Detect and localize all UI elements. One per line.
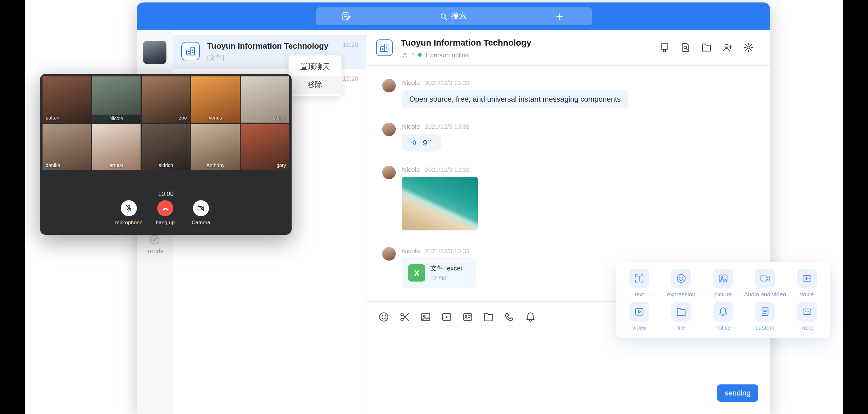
chat-history-icon[interactable] [680,42,691,53]
conversation-title: Tuoyun Information Technology [207,41,358,51]
voice-duration: 9`` [423,138,432,147]
message-voice: Nicole 2021/12/3 10:33 9`` [382,123,469,152]
menu-item-pin-chat[interactable]: 置顶聊天 [288,58,342,76]
sender-name: Nicole [402,123,420,130]
file-size: 12.8M [430,275,462,282]
video-tile: Nicole [92,76,141,123]
conversation-time: 15:20 [343,75,358,82]
group-avatar-icon [376,39,393,56]
online-status: 1 person online [425,51,469,59]
add-icon[interactable] [555,11,565,21]
participant-name: patton [45,115,60,121]
user-avatar[interactable] [143,41,166,64]
panel-item-video[interactable]: video [618,300,660,333]
image-icon[interactable] [420,311,432,323]
participant-name: danika [45,163,60,168]
message-time: 2021/12/3 10:33 [425,166,469,173]
group-files-icon[interactable] [701,42,712,53]
beach-photo-message[interactable] [402,177,478,230]
participant-grid: patton Nicole zoe venus stellar danika e… [42,76,289,170]
settings-icon[interactable] [743,42,754,53]
panel-item-picture[interactable]: picture [702,266,744,300]
video-tile: gary [241,124,289,170]
more-dots-icon [797,302,817,322]
video-play-icon [629,302,649,322]
picture-icon [713,268,733,288]
video-tile: aldrich [142,124,190,170]
search-label: 搜索 [451,11,467,22]
topbar: 搜索 [137,2,770,30]
text-bubble: Open source, free, and universal instant… [402,90,628,108]
toggle-camera-button[interactable] [193,200,209,216]
emoji-icon[interactable] [378,311,390,323]
call-timer: 10:00 [40,190,291,197]
trends-icon [137,233,173,246]
camera-control: Camera [179,200,222,225]
video-tile: patton [42,76,91,123]
video-tile: stellar [241,76,289,123]
compose-icon[interactable] [341,11,351,22]
add-member-icon[interactable] [722,42,733,53]
online-dot [418,53,422,57]
camera-label: Camera [179,219,222,225]
panel-item-expression[interactable]: expression [660,266,702,300]
video-call-window: patton Nicole zoe venus stellar danika e… [40,74,291,235]
video-tile: venus [191,76,240,123]
file-message-card[interactable]: X 文件 .excel 12.8M [402,258,476,288]
voice-icon [797,268,817,288]
panel-item-file[interactable]: file [660,300,702,333]
group-announcement-icon[interactable] [659,42,670,53]
video-tile: ernest [92,124,141,170]
panel-item-more[interactable]: more [786,300,828,333]
conversation-context-menu: 置顶聊天 移除 [288,56,342,96]
screen: 搜索 trends [0,0,868,414]
message-time: 2021/12/3 10:33 [425,79,469,86]
video-icon[interactable] [441,311,453,323]
menu-item-remove[interactable]: 移除 [288,76,342,94]
sender-avatar [382,247,396,261]
chat-subtitle: 1 1 person online [401,51,469,59]
participant-name: aldrich [158,163,173,168]
sender-avatar [382,166,396,179]
call-icon[interactable] [504,311,516,323]
audio-video-icon [755,268,775,288]
conversation-time: 15:20 [343,41,358,48]
sender-name: Nicole [402,247,420,254]
hang-up-button[interactable] [157,200,173,216]
participant-name: Nicole [92,115,141,123]
send-button[interactable]: sending [717,384,758,402]
document-icon [755,302,775,322]
member-icon [401,52,408,58]
panel-item-voice[interactable]: voice [786,266,828,300]
panel-item-audio-video[interactable]: Audio and video [744,266,786,300]
search-box[interactable]: 搜索 [439,11,467,22]
contact-card-icon[interactable] [462,311,473,323]
message-file: Nicole 2021/12/3 10:33 X 文件 .excel 12.8M [382,247,476,288]
sender-name: Nicole [402,166,420,173]
sender-name: Nicole [402,79,420,86]
mute-microphone-button[interactable] [121,200,137,216]
file-name: 文件 .excel [430,264,462,273]
participant-name: ernest [110,163,123,168]
participant-name: venus [209,115,222,121]
voice-bubble[interactable]: 9`` [402,134,440,152]
video-tile: danika [42,124,91,170]
chat-header: Tuoyun Information Technology 1 1 person… [366,30,770,66]
expression-icon [671,268,691,288]
chat-title: Tuoyun Information Technology [401,38,531,47]
message-time: 2021/12/3 10:33 [425,248,469,254]
message-text: Nicole 2021/12/3 10:33 Open source, free… [382,79,628,108]
panel-item-custom[interactable]: custom [744,300,786,333]
participant-name: gary [277,163,286,168]
chat-header-actions [659,42,754,53]
panel-item-text[interactable]: text [618,266,660,300]
notice-bell-icon[interactable] [525,311,536,323]
member-count: 1 [411,51,415,59]
text-icon [629,268,649,288]
search-icon [439,12,447,20]
chat-area: Tuoyun Information Technology 1 1 person… [366,30,770,414]
nav-item-trends[interactable]: trends [137,233,173,254]
panel-item-notice[interactable]: notice [702,300,744,333]
file-icon[interactable] [483,311,494,323]
screenshot-scissors-icon[interactable] [399,311,410,323]
